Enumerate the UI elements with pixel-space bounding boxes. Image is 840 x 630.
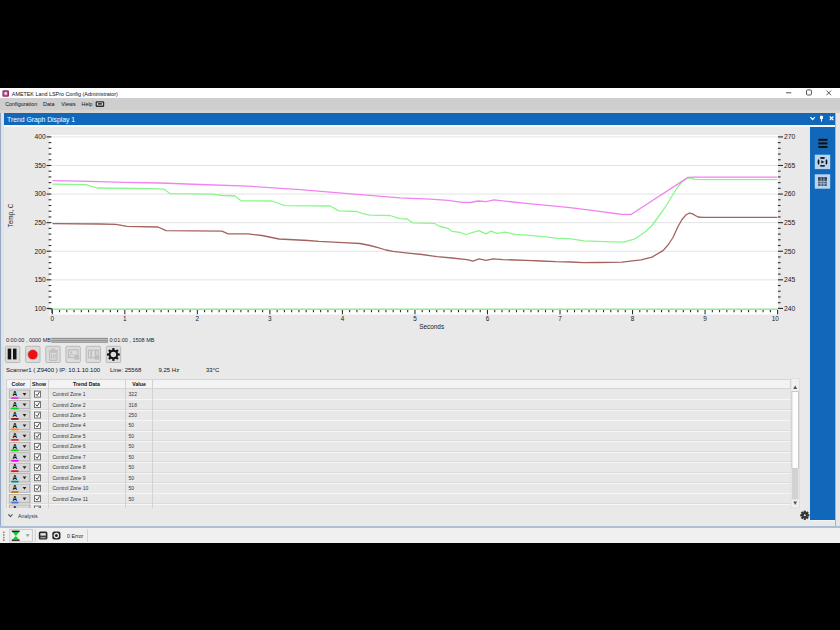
svg-text:265: 265	[784, 162, 796, 169]
svg-text:50: 50	[129, 422, 135, 428]
svg-text:Show: Show	[32, 381, 47, 387]
svg-text:240: 240	[784, 305, 796, 312]
svg-text:6: 6	[486, 315, 490, 322]
svg-text:50: 50	[129, 496, 135, 502]
svg-text:A: A	[12, 411, 17, 418]
svg-text:A: A	[12, 474, 17, 481]
svg-text:50: 50	[129, 475, 135, 481]
svg-text:Control Zone 10: Control Zone 10	[53, 485, 89, 491]
svg-text:9: 9	[703, 315, 707, 322]
svg-text:A: A	[12, 484, 17, 491]
svg-text:50: 50	[129, 443, 135, 449]
svg-text:322: 322	[129, 391, 138, 397]
svg-text:250: 250	[34, 219, 46, 226]
svg-text:250: 250	[784, 248, 796, 255]
svg-text:8: 8	[631, 315, 635, 322]
svg-text:Control Zone 3: Control Zone 3	[53, 412, 86, 418]
svg-text:0 Error: 0 Error	[67, 533, 83, 539]
svg-text:Control Zone 9: Control Zone 9	[53, 475, 86, 481]
svg-text:33°C: 33°C	[206, 367, 220, 373]
svg-text:Control Zone 5: Control Zone 5	[53, 433, 86, 439]
svg-text:10: 10	[772, 315, 780, 322]
svg-text:400: 400	[34, 133, 46, 140]
svg-text:Temp, C: Temp, C	[7, 203, 15, 227]
svg-text:Data: Data	[43, 101, 54, 107]
svg-text:50: 50	[129, 454, 135, 460]
svg-text:A: A	[12, 463, 17, 470]
svg-text:2: 2	[196, 315, 200, 322]
svg-text:Control Zone 4: Control Zone 4	[53, 422, 86, 428]
svg-text:A: A	[12, 422, 17, 429]
svg-text:Views: Views	[61, 101, 76, 107]
svg-text:Seconds: Seconds	[419, 323, 444, 330]
svg-text:Control Zone 2: Control Zone 2	[53, 402, 86, 408]
svg-text:260: 260	[784, 190, 796, 197]
svg-text:270: 270	[784, 133, 796, 140]
svg-text:1: 1	[123, 315, 127, 322]
svg-text:Value: Value	[132, 381, 146, 387]
svg-text:AMETEK Land LSPro Config (Admi: AMETEK Land LSPro Config (Administrator)	[12, 91, 118, 97]
svg-text:Help: Help	[82, 101, 93, 107]
svg-text:255: 255	[784, 219, 796, 226]
svg-text:0:00:00 , 0000 MB: 0:00:00 , 0000 MB	[6, 337, 51, 343]
svg-text:100: 100	[34, 305, 46, 312]
svg-text:Trend Graph Display 1: Trend Graph Display 1	[7, 116, 75, 124]
svg-text:150: 150	[34, 276, 46, 283]
svg-text:Line: 25568: Line: 25568	[110, 367, 142, 373]
svg-text:50: 50	[129, 485, 135, 491]
svg-text:245: 245	[784, 276, 796, 283]
svg-text:A: A	[12, 401, 17, 408]
svg-text:Trend Data: Trend Data	[73, 381, 100, 387]
svg-text:9,25 Hz: 9,25 Hz	[159, 367, 180, 373]
svg-text:A: A	[12, 443, 17, 450]
svg-text:5: 5	[413, 315, 417, 322]
svg-text:50: 50	[129, 464, 135, 470]
svg-text:Configuration: Configuration	[5, 101, 37, 107]
svg-text:A: A	[12, 495, 17, 502]
svg-text:300: 300	[34, 190, 46, 197]
svg-text:A: A	[12, 505, 17, 512]
svg-text:4: 4	[341, 315, 345, 322]
svg-text:50: 50	[129, 433, 135, 439]
svg-text:Scanner1 ( Z9400 ) IP: 10.1.1: Scanner1 ( Z9400 ) IP: 10.1.10.100	[6, 367, 101, 373]
svg-text:Control Zone 7: Control Zone 7	[53, 454, 86, 460]
svg-text:318: 318	[129, 402, 138, 408]
svg-text:Control Zone 1: Control Zone 1	[53, 391, 86, 397]
svg-text:Analysis: Analysis	[18, 513, 38, 519]
svg-text:A: A	[12, 432, 17, 439]
svg-text:7: 7	[558, 315, 562, 322]
svg-text:Color: Color	[11, 381, 25, 387]
svg-text:250: 250	[129, 412, 138, 418]
svg-text:0: 0	[51, 315, 55, 322]
svg-text:3: 3	[268, 315, 272, 322]
svg-text:Control Zone 6: Control Zone 6	[53, 443, 86, 449]
svg-text:200: 200	[34, 248, 46, 255]
svg-text:A: A	[12, 390, 17, 397]
svg-text:Control Zone 8: Control Zone 8	[53, 464, 86, 470]
svg-text:350: 350	[34, 162, 46, 169]
svg-text:A: A	[12, 453, 17, 460]
svg-text:Control Zone 11: Control Zone 11	[53, 496, 89, 502]
svg-text:0:01:00 , 1508 MB: 0:01:00 , 1508 MB	[110, 337, 155, 343]
